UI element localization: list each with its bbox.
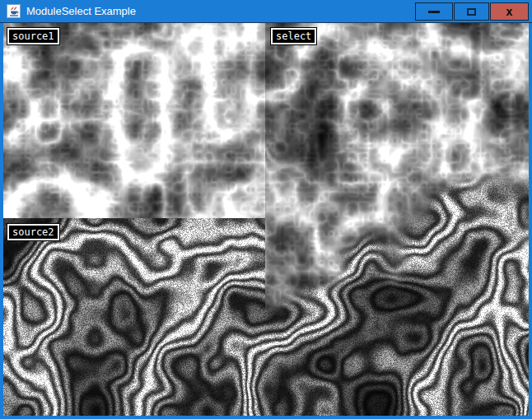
noise-render-canvas xyxy=(3,23,529,416)
window-title: ModuleSelect Example xyxy=(26,0,136,22)
titlebar[interactable]: ModuleSelect Example x xyxy=(0,0,532,23)
app-window: ModuleSelect Example x source1 select so… xyxy=(0,0,532,419)
minimize-button[interactable] xyxy=(415,2,453,21)
source2-panel-label: source2 xyxy=(7,224,59,240)
java-coffee-cup-icon xyxy=(7,4,21,18)
maximize-button[interactable] xyxy=(454,2,489,21)
select-panel-label: select xyxy=(271,28,316,44)
minimize-dash-icon xyxy=(428,11,440,13)
close-button[interactable]: x xyxy=(490,2,529,21)
noise-viewport: source1 select source2 xyxy=(3,23,529,416)
close-x-icon: x xyxy=(506,6,513,17)
maximize-square-icon xyxy=(467,8,476,16)
source1-panel-label: source1 xyxy=(7,28,59,44)
